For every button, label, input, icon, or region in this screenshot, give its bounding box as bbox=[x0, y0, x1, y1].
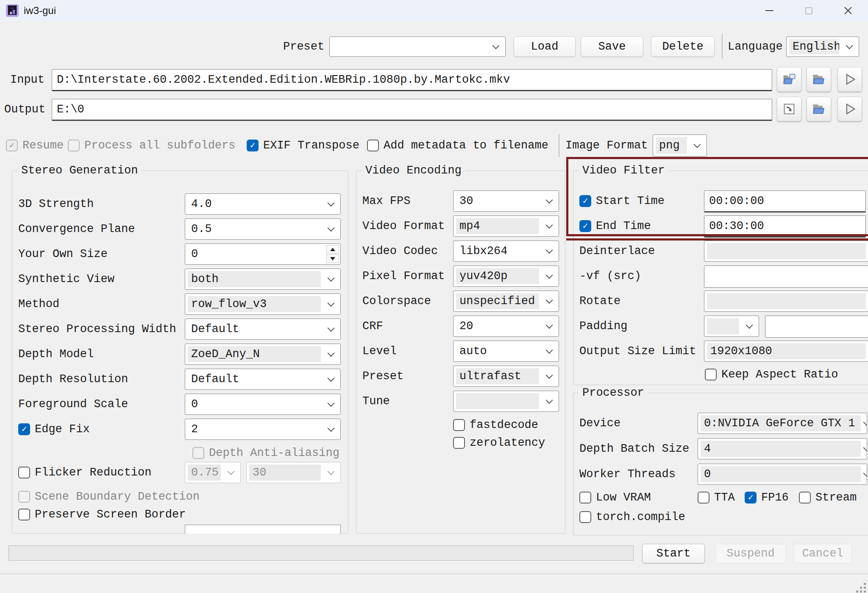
method-combobox[interactable]: row_flow_v3 bbox=[185, 294, 341, 315]
start-time-option[interactable]: Start Time bbox=[579, 190, 665, 212]
input-open-file-button[interactable] bbox=[777, 67, 801, 92]
subfolders-checkbox[interactable] bbox=[68, 140, 80, 151]
keep-aspect-ratio-option[interactable]: Keep Aspect Ratio bbox=[705, 366, 838, 383]
tta-option[interactable]: TTA bbox=[698, 489, 735, 506]
keep-aspect-ratio-checkbox[interactable] bbox=[705, 369, 717, 380]
clipped-combobox[interactable] bbox=[185, 525, 341, 534]
spin-up-button[interactable] bbox=[326, 245, 339, 254]
exif-transpose-checkbox[interactable] bbox=[247, 140, 259, 151]
torch-compile-checkbox[interactable] bbox=[579, 511, 591, 523]
edge-fix-combobox[interactable]: 2 bbox=[185, 419, 341, 440]
zerolatency-checkbox[interactable] bbox=[453, 437, 465, 449]
rotate-combobox[interactable] bbox=[704, 291, 868, 312]
start-time-field[interactable]: 00:00:00 bbox=[704, 190, 866, 213]
edge-fix-option[interactable]: Edge Fix bbox=[18, 419, 90, 440]
end-time-checkbox[interactable] bbox=[579, 220, 591, 232]
subfolders-option[interactable]: Process all subfolders bbox=[68, 135, 235, 156]
chevron-down-icon bbox=[328, 350, 335, 357]
flicker-window-combobox[interactable]: 30 bbox=[246, 462, 341, 483]
resume-checkbox[interactable] bbox=[6, 140, 18, 151]
close-button[interactable] bbox=[829, 0, 868, 21]
torch-compile-option[interactable]: torch.compile bbox=[579, 509, 685, 526]
vf-src-field[interactable] bbox=[704, 266, 868, 288]
preserve-screen-border-option[interactable]: Preserve Screen Border bbox=[18, 506, 186, 523]
scene-boundary-detection-checkbox[interactable] bbox=[18, 491, 30, 503]
encoder-preset-combobox[interactable]: ultrafast bbox=[453, 366, 559, 387]
max-fps-combobox[interactable]: 30 bbox=[453, 190, 559, 212]
3d-strength-combobox[interactable]: 4.0 bbox=[185, 193, 341, 215]
fastdecode-option[interactable]: fastdecode bbox=[453, 416, 538, 434]
padding-mode-combobox[interactable] bbox=[704, 316, 759, 337]
stream-checkbox[interactable] bbox=[799, 492, 811, 503]
depth-anti-aliasing-checkbox[interactable] bbox=[192, 447, 204, 459]
output-play-button[interactable] bbox=[837, 97, 862, 121]
load-button[interactable]: Load bbox=[514, 36, 576, 57]
fp16-checkbox[interactable] bbox=[745, 492, 757, 503]
exif-transpose-option[interactable]: EXIF Transpose bbox=[247, 135, 359, 156]
padding-value-field[interactable] bbox=[765, 316, 868, 338]
add-metadata-checkbox[interactable] bbox=[367, 140, 379, 151]
foreground-scale-combobox[interactable]: 0 bbox=[185, 394, 341, 415]
image-format-combobox[interactable]: png bbox=[653, 134, 707, 157]
worker-threads-label: Worker Threads bbox=[579, 464, 676, 485]
low-vram-checkbox[interactable] bbox=[579, 492, 591, 503]
preserve-screen-border-checkbox[interactable] bbox=[18, 509, 30, 520]
stereo-processing-width-combobox[interactable]: Default bbox=[185, 319, 341, 340]
depth-anti-aliasing-option[interactable]: Depth Anti-aliasing bbox=[192, 445, 339, 462]
colorspace-combobox[interactable]: unspecified bbox=[453, 291, 559, 312]
minimize-button[interactable] bbox=[750, 0, 789, 21]
your-own-size-spinner[interactable]: 0 bbox=[185, 243, 341, 265]
language-combobox[interactable]: English bbox=[786, 36, 859, 57]
cancel-button[interactable]: Cancel bbox=[793, 544, 852, 563]
video-codec-combobox[interactable]: libx264 bbox=[453, 241, 559, 262]
crf-combobox[interactable]: 20 bbox=[453, 316, 559, 337]
delete-button[interactable]: Delete bbox=[651, 36, 715, 57]
depth-resolution-combobox[interactable]: Default bbox=[185, 369, 341, 390]
stream-option[interactable]: Stream bbox=[799, 489, 857, 506]
end-time-option[interactable]: End Time bbox=[579, 215, 651, 237]
spin-down-button[interactable] bbox=[326, 255, 339, 263]
output-size-limit-combobox[interactable]: 1920x1080 bbox=[704, 341, 868, 362]
zerolatency-option[interactable]: zerolatency bbox=[453, 434, 545, 452]
suspend-button[interactable]: Suspend bbox=[715, 544, 786, 563]
end-time-field[interactable]: 00:30:00 bbox=[704, 215, 866, 238]
low-vram-option[interactable]: Low VRAM bbox=[579, 489, 651, 506]
flicker-reduction-checkbox[interactable] bbox=[18, 467, 30, 478]
tune-combobox[interactable] bbox=[453, 391, 559, 412]
output-goto-button[interactable] bbox=[777, 97, 801, 121]
synthetic-view-combobox[interactable]: both bbox=[185, 269, 341, 290]
input-play-button[interactable] bbox=[837, 67, 862, 92]
scene-boundary-detection-option[interactable]: Scene Boundary Detection bbox=[18, 488, 200, 505]
fastdecode-checkbox[interactable] bbox=[453, 419, 465, 431]
start-button[interactable]: Start bbox=[642, 544, 705, 563]
start-time-checkbox[interactable] bbox=[579, 195, 591, 207]
convergence-plane-combobox[interactable]: 0.5 bbox=[185, 218, 341, 240]
preset-combobox[interactable] bbox=[329, 36, 506, 57]
input-path-field[interactable]: D:\Interstate.60.2002.Extended.Edition.W… bbox=[52, 69, 772, 91]
save-button[interactable]: Save bbox=[581, 36, 643, 57]
chevron-down-icon bbox=[492, 42, 500, 49]
padding-label: Padding bbox=[579, 316, 627, 337]
flicker-reduction-option[interactable]: Flicker Reduction bbox=[18, 462, 151, 483]
level-combobox[interactable]: auto bbox=[453, 341, 559, 362]
deinterlace-combobox[interactable] bbox=[704, 241, 868, 262]
resume-option[interactable]: Resume bbox=[6, 135, 64, 156]
edge-fix-checkbox[interactable] bbox=[18, 423, 30, 435]
depth-model-combobox[interactable]: ZoeD_Any_N bbox=[185, 344, 341, 365]
fp16-option[interactable]: FP16 bbox=[745, 489, 789, 506]
folder-icon bbox=[811, 72, 826, 87]
add-metadata-option[interactable]: Add metadata to filename bbox=[367, 135, 548, 156]
video-format-combobox[interactable]: mp4 bbox=[453, 215, 559, 237]
flicker-decay-combobox[interactable]: 0.75 bbox=[185, 462, 241, 483]
device-combobox[interactable]: 0:NVIDIA GeForce GTX 1 bbox=[698, 413, 867, 434]
worker-threads-combobox[interactable]: 0 bbox=[698, 464, 867, 485]
output-path-field[interactable]: E:\0 bbox=[52, 99, 772, 121]
stereo-generation-title: Stereo Generation bbox=[17, 164, 142, 177]
pixel-format-combobox[interactable]: yuv420p bbox=[453, 266, 559, 287]
input-folder-button[interactable] bbox=[807, 67, 831, 92]
fastdecode-label: fastdecode bbox=[470, 419, 538, 431]
tta-checkbox[interactable] bbox=[698, 492, 709, 503]
maximize-button[interactable] bbox=[789, 0, 828, 21]
depth-batch-size-combobox[interactable]: 4 bbox=[698, 438, 867, 459]
output-folder-button[interactable] bbox=[807, 97, 831, 121]
